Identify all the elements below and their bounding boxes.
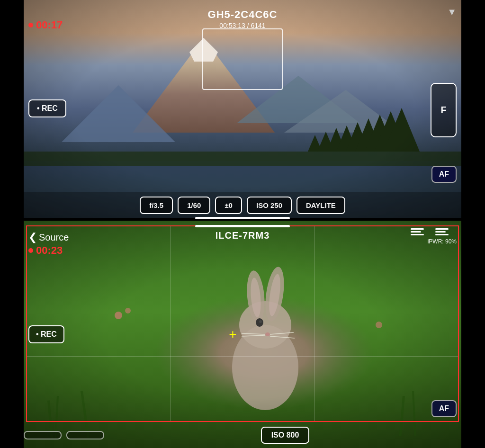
top-camera-header: GH5-2C4C6C 00:53:13 / 6141	[208, 9, 278, 29]
line1	[435, 228, 449, 230]
crosshair-icon: +	[229, 328, 236, 341]
bottom-rec-label: • REC	[36, 330, 57, 339]
f-label: F	[440, 105, 446, 116]
top-camera-view: GH5-2C4C6C 00:53:13 / 6141 ▼ 00:17 • REC…	[0, 0, 485, 218]
bottom-timer-value: 00:23	[36, 244, 63, 257]
ev-button[interactable]: ±0	[215, 197, 242, 214]
chevron-left-icon: ❮	[28, 231, 37, 243]
source-link[interactable]: ❮ Source	[28, 231, 69, 243]
filter-icon-1[interactable]	[411, 228, 424, 235]
top-af-label: AF	[439, 170, 449, 178]
settings-icons-group: iPWR: 90%	[411, 228, 457, 245]
f-button[interactable]: F	[431, 83, 457, 137]
top-focus-box	[202, 28, 283, 90]
line3	[435, 234, 449, 235]
bottom-btn-2[interactable]	[66, 431, 104, 439]
line2	[435, 231, 446, 233]
shutter-button[interactable]: 1/60	[178, 197, 210, 214]
ipwr-label: iPWR: 90%	[428, 238, 457, 245]
top-rec-timer: 00:17	[28, 19, 63, 31]
bottom-rec-timer: 00:23	[28, 244, 63, 257]
bottom-camera-view: ❮ Source ILCE-7RM3 iPWR: 90%	[0, 221, 485, 448]
bottom-rec-dot	[28, 248, 33, 253]
bottom-rec-button[interactable]: • REC	[28, 325, 64, 343]
signal-icon: ▼	[447, 7, 457, 18]
aperture-button[interactable]: f/3.5	[140, 197, 173, 214]
top-separator-line	[195, 217, 290, 219]
source-label: Source	[39, 232, 69, 243]
wb-button[interactable]: DAYLITE	[296, 197, 345, 214]
top-rec-label: • REC	[37, 104, 58, 113]
top-camera-id: GH5-2C4C6C	[208, 9, 278, 21]
iso-button-top[interactable]: ISO 250	[247, 197, 292, 214]
bottom-af-label: AF	[439, 404, 449, 412]
top-settings-bar: f/3.5 1/60 ±0 ISO 250 DAYLITE	[24, 192, 461, 218]
top-timer-value: 00:17	[36, 19, 63, 31]
bottom-separator-line	[195, 225, 290, 227]
filter-icon-2[interactable]	[435, 228, 449, 235]
bottom-btn-1[interactable]	[24, 431, 62, 439]
iso-button-bottom[interactable]: ISO 800	[261, 427, 310, 444]
settings-icon-2-group[interactable]: iPWR: 90%	[428, 228, 457, 245]
line3	[411, 234, 424, 235]
bottom-overlay: ❮ Source ILCE-7RM3 iPWR: 90%	[0, 221, 485, 448]
bottom-camera-id: ILCE-7RM3	[216, 230, 270, 241]
bottom-af-button[interactable]: AF	[431, 400, 457, 417]
top-rec-dot	[28, 23, 33, 27]
bottom-control-bar: ISO 800	[24, 422, 461, 448]
top-af-button[interactable]: AF	[431, 166, 457, 183]
line2	[411, 231, 421, 233]
top-overlay: GH5-2C4C6C 00:53:13 / 6141 ▼ 00:17 • REC…	[0, 0, 485, 218]
settings-icon-1-group[interactable]	[411, 228, 424, 235]
line1	[411, 228, 424, 230]
top-rec-button[interactable]: • REC	[28, 99, 66, 117]
